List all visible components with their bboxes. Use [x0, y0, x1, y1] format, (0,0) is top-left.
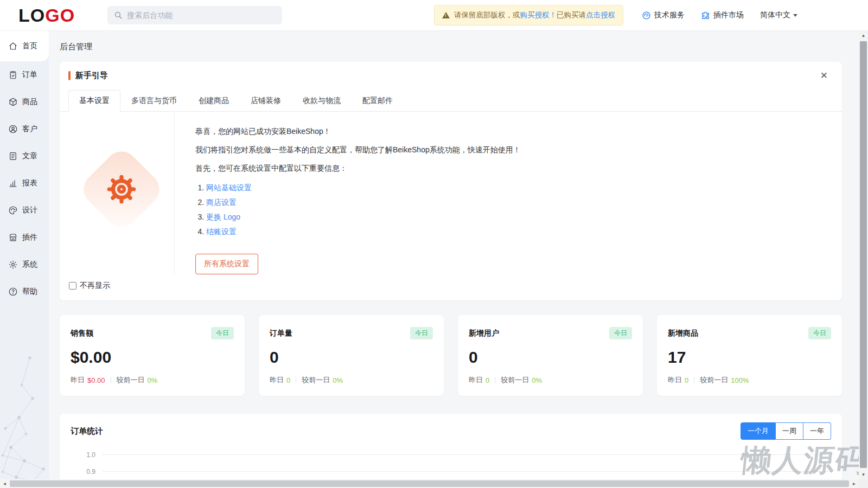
today-badge: 今日 [410, 327, 433, 339]
tab-email-config[interactable]: 配置邮件 [352, 90, 404, 112]
search-input[interactable] [127, 11, 276, 20]
scroll-down-arrow-icon[interactable]: ▼ [859, 470, 868, 479]
list-item: 商店设置 [206, 198, 521, 208]
sidebar-item-label: 设计 [22, 206, 37, 215]
tab-language-currency[interactable]: 多语言与货币 [120, 90, 188, 112]
checkout-settings-link[interactable]: 结账设置 [206, 227, 237, 236]
stat-value: 0 [469, 348, 632, 367]
stat-card-new-users: 新增用户 今日 0 昨日 0 较前一日 0% [458, 315, 643, 396]
range-one-month-button[interactable]: 一个月 [741, 422, 776, 440]
scroll-right-arrow-icon[interactable]: ► [850, 479, 859, 488]
stat-card-sales: 销售额 今日 $0.00 昨日 $0.00 较前一日 0% [60, 315, 245, 396]
sidebar-item-label: 商品 [22, 97, 37, 107]
sidebar-item-design[interactable]: 设计 [0, 197, 49, 224]
stats-row: 销售额 今日 $0.00 昨日 $0.00 较前一日 0% 订单量 今日 0 [60, 315, 842, 396]
sidebar-item-label: 系统 [22, 260, 37, 269]
notice-middle-text: 已购买请 [557, 10, 586, 20]
sidebar-item-help[interactable]: 帮助 [0, 278, 49, 305]
stat-card-orders: 订单量 今日 0 昨日 0 较前一日 0% [259, 315, 444, 396]
vertical-scrollbar-thumb[interactable] [860, 41, 867, 468]
warning-icon [442, 12, 450, 18]
stat-title: 订单量 [270, 329, 292, 338]
yesterday-label: 昨日 [469, 375, 483, 385]
sidebar-item-reports[interactable]: 报表 [0, 170, 49, 197]
gridline [103, 454, 831, 455]
search-box[interactable] [107, 6, 282, 24]
sidebar: 首页 订单 商品 客户 文章 报表 设计 插件 [0, 31, 49, 488]
app-logo[interactable]: LOGO [18, 5, 75, 26]
vertical-scrollbar[interactable]: ▲ ▼ [859, 31, 868, 479]
buy-license-link[interactable]: 购买授权！ [520, 10, 557, 20]
horizontal-scrollbar-thumb[interactable] [10, 480, 849, 487]
topbar: LOGO 请保留底部版权，或购买授权！已购买请点击授权 技术服务 插件市场 简体… [0, 0, 868, 31]
sidebar-item-articles[interactable]: 文章 [0, 143, 49, 170]
guide-card-title: 新手引导 [75, 70, 108, 81]
sidebar-item-system[interactable]: 系统 [0, 251, 49, 278]
stat-title: 新增用户 [469, 329, 499, 338]
today-badge: 今日 [211, 327, 234, 339]
compare-label: 较前一日 [700, 375, 728, 385]
scroll-up-arrow-icon[interactable]: ▲ [859, 31, 868, 40]
plugin-market-link[interactable]: 插件市场 [701, 10, 744, 20]
chart-title: 订单统计 [71, 426, 103, 436]
horizontal-scrollbar[interactable]: ◄ ► [0, 479, 859, 488]
diamond-shape [76, 145, 165, 234]
newbie-guide-card: 新手引导 ✕ 基本设置 多语言与货币 创建商品 店铺装修 收款与物流 配置邮件 [60, 62, 842, 300]
chevron-down-icon [793, 14, 797, 17]
customer-icon [8, 124, 18, 134]
sidebar-item-label: 首页 [22, 41, 37, 51]
range-one-week-button[interactable]: 一周 [776, 422, 803, 440]
tech-service-label: 技术服务 [654, 10, 685, 20]
yesterday-label: 昨日 [270, 375, 284, 385]
dont-show-again-checkbox[interactable] [69, 282, 76, 290]
sidebar-decor-pattern [0, 352, 49, 488]
today-badge: 今日 [609, 327, 632, 339]
sidebar-item-customers[interactable]: 客户 [0, 115, 49, 143]
plugin-market-label: 插件市场 [713, 10, 744, 20]
compare-value: 0% [333, 376, 343, 384]
change-logo-link[interactable]: 更换 Logo [206, 213, 240, 221]
page-title: 后台管理 [60, 31, 842, 62]
language-dropdown[interactable]: 简体中文 [760, 10, 797, 20]
gridline [103, 471, 831, 472]
sidebar-item-label: 帮助 [22, 287, 37, 297]
compare-label: 较前一日 [117, 375, 145, 385]
yesterday-value: 0 [486, 376, 489, 384]
site-basic-settings-link[interactable]: 网站基础设置 [206, 183, 252, 192]
range-one-year-button[interactable]: 一年 [803, 422, 831, 440]
divider [111, 377, 111, 383]
order-statistics-card: 订单统计 一个月 一周 一年 1.0 0.9 0.8 [60, 414, 842, 488]
guide-illustration [68, 112, 175, 274]
sidebar-item-plugins[interactable]: 插件 [0, 224, 49, 251]
guide-paragraph-3: 首先，您可在系统设置中配置以下重要信息： [195, 164, 521, 174]
activate-license-link[interactable]: 点击授权 [586, 10, 615, 20]
tab-create-product[interactable]: 创建商品 [188, 90, 240, 112]
service-icon [642, 11, 651, 20]
stat-title: 销售额 [71, 329, 93, 338]
sidebar-item-orders[interactable]: 订单 [0, 61, 49, 88]
home-icon [8, 41, 18, 51]
tab-basic-settings[interactable]: 基本设置 [68, 90, 120, 112]
today-badge: 今日 [808, 327, 831, 339]
tab-payment-shipping[interactable]: 收款与物流 [292, 90, 352, 112]
tech-service-link[interactable]: 技术服务 [642, 10, 685, 20]
plugin-store-icon [8, 233, 18, 242]
stat-value: 17 [668, 348, 831, 367]
sidebar-item-products[interactable]: 商品 [0, 88, 49, 115]
close-icon[interactable]: ✕ [820, 71, 828, 80]
scroll-left-arrow-icon[interactable]: ◄ [0, 479, 9, 488]
divider [694, 377, 694, 383]
compare-label: 较前一日 [501, 375, 529, 385]
all-system-settings-button[interactable]: 所有系统设置 [195, 254, 258, 274]
gear-illustration-icon [104, 171, 139, 207]
compare-label: 较前一日 [302, 375, 330, 385]
title-accent-bar [68, 71, 71, 80]
order-icon [8, 70, 18, 80]
list-item: 网站基础设置 [206, 183, 521, 193]
product-icon [8, 97, 18, 107]
list-item: 更换 Logo [206, 213, 521, 222]
store-settings-link[interactable]: 商店设置 [206, 198, 237, 207]
sidebar-item-home[interactable]: 首页 [0, 31, 49, 61]
tab-shop-decoration[interactable]: 店铺装修 [240, 90, 292, 112]
yesterday-label: 昨日 [71, 375, 85, 385]
